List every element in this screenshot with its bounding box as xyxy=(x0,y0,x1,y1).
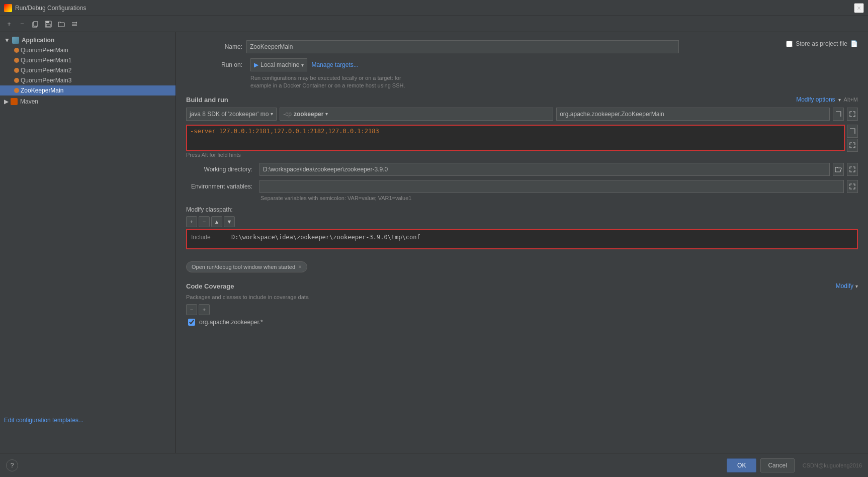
ok-button[interactable]: OK xyxy=(727,458,756,472)
modify-coverage-area: Modify ▾ xyxy=(836,282,858,290)
title-bar-text: Run/Debug Configurations xyxy=(15,5,86,12)
classpath-up-button[interactable]: ▲ xyxy=(211,216,222,227)
code-coverage-header: Code Coverage Modify ▾ xyxy=(186,282,858,290)
run-on-row: Run on: ▶ Local machine ▾ Manage targets… xyxy=(186,58,858,71)
watermark-text: CSDN@kuguofeng2016 xyxy=(803,462,862,468)
cp-prefix: -cp xyxy=(283,111,292,118)
application-icon xyxy=(12,37,19,44)
classpath-item-1[interactable]: Include D:\workspace\idea\zookeeper\zook… xyxy=(189,232,855,242)
sidebar-item-label-5: ZooKeeperMain xyxy=(21,87,63,94)
name-input[interactable] xyxy=(246,40,679,53)
main-config-panel: Store as project file 📄 Name: Run on: ▶ … xyxy=(176,32,868,453)
coverage-item-label: org.apache.zookeeper.* xyxy=(199,319,263,326)
sidebar-items-list: ▼ Application QuorumPeerMain QuorumPeerM… xyxy=(0,34,176,453)
java-icon-1 xyxy=(14,48,19,53)
app-icon xyxy=(4,4,12,12)
sidebar-item-quorumpeermain3[interactable]: QuorumPeerMain3 xyxy=(0,75,176,85)
maven-group-header[interactable]: ▶ Maven xyxy=(0,97,176,107)
coverage-add-button[interactable]: + xyxy=(199,304,210,315)
sidebar-item-label-4: QuorumPeerMain3 xyxy=(21,77,71,84)
env-expand-icon xyxy=(849,183,855,189)
sdk-dropdown[interactable]: java 8 SDK of 'zookeeper' mo ▾ xyxy=(186,108,277,121)
remove-config-button[interactable]: − xyxy=(16,18,28,30)
edit-templates-link[interactable]: Edit configuration templates... xyxy=(4,417,83,424)
expand-icon xyxy=(835,111,841,117)
run-debug-configurations-dialog: Run/Debug Configurations × + − xyxy=(0,0,868,477)
sort-icon xyxy=(71,21,78,28)
working-dir-expand-button[interactable] xyxy=(847,163,858,176)
run-on-value: Local machine xyxy=(261,61,299,68)
maven-expand-icon: ▶ xyxy=(4,98,9,105)
coverage-toolbar: − + xyxy=(186,304,858,315)
modify-options-chevron-icon: ▾ xyxy=(838,97,841,103)
env-vars-row: Environment variables: xyxy=(186,180,858,193)
classpath-down-button[interactable]: ▼ xyxy=(224,216,235,227)
classpath-toolbar: + − ▲ ▼ xyxy=(186,216,858,227)
working-dir-expand-icon xyxy=(849,166,855,172)
sort-config-button[interactable] xyxy=(68,18,80,30)
sidebar-container: ▼ Application QuorumPeerMain QuorumPeerM… xyxy=(0,34,176,453)
save-icon xyxy=(45,21,52,28)
svg-rect-3 xyxy=(46,21,49,23)
modify-coverage-link[interactable]: Modify xyxy=(836,282,853,290)
folder-icon xyxy=(58,21,65,28)
copy-config-button[interactable] xyxy=(29,18,41,30)
add-config-button[interactable]: + xyxy=(3,18,15,30)
modify-coverage-chevron-icon: ▾ xyxy=(855,283,858,289)
working-directory-input[interactable] xyxy=(259,163,830,176)
env-vars-label: Environment variables: xyxy=(186,183,256,190)
title-bar: Run/Debug Configurations × xyxy=(0,0,868,16)
build-run-row: java 8 SDK of 'zookeeper' mo ▾ -cp zooke… xyxy=(186,108,858,121)
fullscreen-main-class-button[interactable] xyxy=(847,108,858,121)
sidebar-item-quorumpeermain2[interactable]: QuorumPeerMain2 xyxy=(0,65,176,75)
manage-targets-link[interactable]: Manage targets... xyxy=(311,61,358,68)
cp-dropdown[interactable]: -cp zookeeper ▾ xyxy=(280,108,553,121)
classpath-add-button[interactable]: + xyxy=(186,216,197,227)
maven-group-label: Maven xyxy=(20,98,38,105)
java-icon-5 xyxy=(14,88,19,93)
store-as-project-file-checkbox[interactable] xyxy=(786,41,793,47)
open-run-debug-container: Open run/debug tool window when started … xyxy=(186,253,858,280)
env-hint-text: Separate variables with semicolon: VAR=v… xyxy=(261,195,858,201)
coverage-remove-button[interactable]: − xyxy=(186,304,197,315)
expand-main-class-button[interactable] xyxy=(833,108,844,121)
coverage-packages-desc: Packages and classes to include in cover… xyxy=(186,294,858,300)
sidebar-item-quorumpeermain[interactable]: QuorumPeerMain xyxy=(0,45,176,55)
close-button[interactable]: × xyxy=(854,3,864,13)
coverage-item-checkbox[interactable] xyxy=(188,319,195,326)
application-group-label: Application xyxy=(22,37,54,44)
application-group-header[interactable]: ▼ Application xyxy=(0,35,176,45)
classpath-remove-button[interactable]: − xyxy=(199,216,210,227)
vm-fullscreen-icon xyxy=(849,142,855,148)
coverage-item-1: org.apache.zookeeper.* xyxy=(186,317,858,327)
run-description: Run configurations may be executed local… xyxy=(250,74,858,90)
code-coverage-title: Code Coverage xyxy=(186,282,234,290)
name-row: Name: xyxy=(186,40,858,53)
help-button[interactable]: ? xyxy=(6,459,18,471)
open-run-debug-close-button[interactable]: × xyxy=(298,263,302,270)
save-config-button[interactable] xyxy=(42,18,54,30)
working-directory-label: Working directory: xyxy=(186,166,256,173)
vm-expand-button[interactable] xyxy=(847,125,858,138)
code-coverage-section: Code Coverage Modify ▾ Packages and clas… xyxy=(186,282,858,327)
vm-options-textarea[interactable]: -server 127.0.0.1:2181,127.0.0.1:2182,12… xyxy=(186,125,845,151)
svg-rect-4 xyxy=(46,24,50,27)
application-group: ▼ Application QuorumPeerMain QuorumPeerM… xyxy=(0,34,176,97)
modify-options-link[interactable]: Modify options xyxy=(796,96,835,103)
classpath-item-type: Include xyxy=(191,234,221,241)
cancel-button[interactable]: Cancel xyxy=(760,458,794,472)
working-dir-folder-button[interactable] xyxy=(833,163,844,176)
sidebar-item-zookeepermain[interactable]: ZooKeeperMain xyxy=(0,85,176,96)
main-class-input[interactable] xyxy=(556,108,830,121)
env-vars-input[interactable] xyxy=(259,180,844,193)
classpath-item-path: D:\workspace\idea\zookeeper\zookeeper-3.… xyxy=(231,234,420,241)
store-as-project-file-row: Store as project file 📄 xyxy=(786,40,858,47)
folder-open-icon xyxy=(835,166,842,173)
env-vars-expand-button[interactable] xyxy=(847,180,858,193)
java-icon-4 xyxy=(14,78,19,83)
sdk-chevron-icon: ▾ xyxy=(271,111,273,117)
vm-fullscreen-button[interactable] xyxy=(847,139,858,152)
folder-config-button[interactable] xyxy=(55,18,67,30)
sidebar-item-quorumpeermain1[interactable]: QuorumPeerMain1 xyxy=(0,55,176,65)
run-on-dropdown[interactable]: ▶ Local machine ▾ xyxy=(250,58,307,71)
